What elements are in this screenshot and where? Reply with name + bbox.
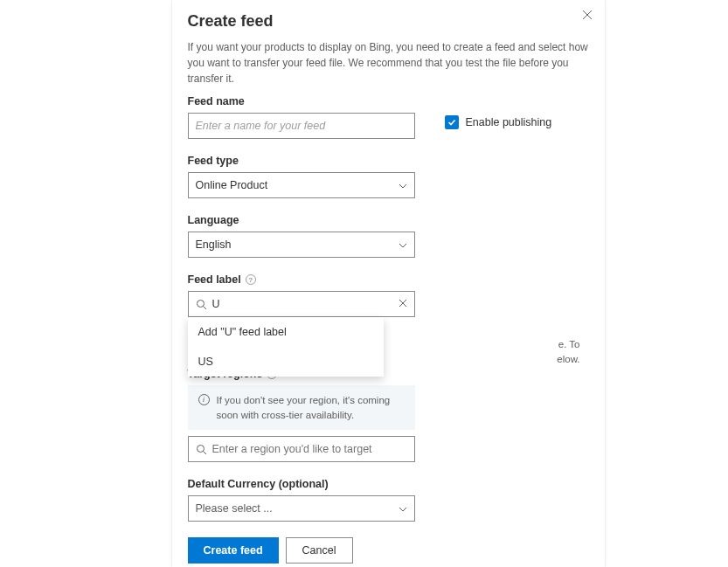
chevron-down-icon [399, 239, 407, 251]
target-region-input[interactable] [212, 443, 407, 455]
language-value: English [196, 239, 232, 251]
default-currency-label: Default Currency (optional) [188, 478, 589, 490]
help-icon[interactable]: ? [246, 274, 256, 285]
feed-label-search-input[interactable] [212, 298, 393, 310]
dialog-intro: If you want your products to display on … [188, 39, 589, 86]
chevron-down-icon [399, 179, 407, 191]
svg-point-0 [197, 300, 204, 307]
chevron-down-icon [399, 502, 407, 515]
target-regions-info-banner: i If you don't see your region, it's com… [188, 385, 415, 430]
language-select[interactable]: English [188, 232, 415, 258]
dropdown-existing-option[interactable]: US [188, 347, 384, 377]
dropdown-add-option[interactable]: Add "U" feed label [188, 317, 384, 347]
feed-label-combobox[interactable]: Add "U" feed label US [188, 291, 415, 317]
close-icon[interactable] [582, 9, 593, 23]
feed-name-input[interactable] [188, 113, 415, 139]
feed-type-select[interactable]: Online Product [188, 172, 415, 198]
enable-publishing-checkbox[interactable]: Enable publishing [445, 115, 552, 129]
target-regions-info-text: If you don't see your region, it's comin… [217, 393, 405, 422]
default-currency-placeholder: Please select ... [196, 502, 273, 515]
info-icon: i [198, 394, 210, 405]
create-feed-button[interactable]: Create feed [188, 537, 279, 564]
feed-label-dropdown: Add "U" feed label US [188, 317, 384, 377]
language-label: Language [188, 214, 589, 226]
feed-name-label: Feed name [188, 95, 415, 107]
clear-icon[interactable] [399, 298, 407, 310]
cancel-button[interactable]: Cancel [286, 537, 353, 564]
create-feed-dialog: Create feed If you want your products to… [172, 0, 605, 567]
search-icon [196, 299, 207, 310]
feed-type-label: Feed type [188, 155, 589, 167]
feed-label-label: Feed label ? [188, 273, 589, 286]
enable-publishing-label: Enable publishing [466, 116, 552, 128]
search-icon [196, 444, 207, 455]
target-region-input-wrap[interactable] [188, 436, 415, 462]
svg-point-2 [197, 445, 204, 452]
svg-line-3 [203, 451, 206, 454]
dialog-title: Create feed [188, 12, 589, 31]
checkbox-icon [445, 115, 459, 129]
feed-label-hint-fragment: e. To elow. [369, 337, 580, 366]
default-currency-select[interactable]: Please select ... [188, 495, 415, 522]
svg-line-1 [203, 306, 206, 309]
dialog-footer: Create feed Cancel [188, 537, 589, 564]
feed-type-value: Online Product [196, 179, 268, 191]
